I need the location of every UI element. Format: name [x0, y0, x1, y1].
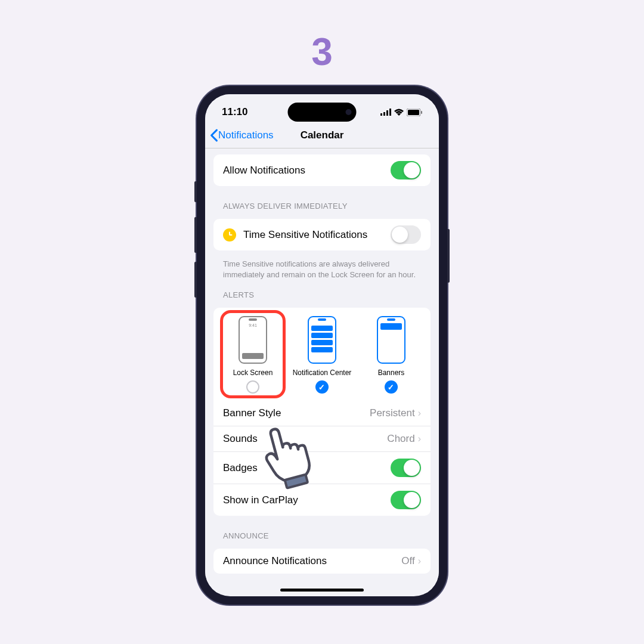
banner-style-label: Banner Style	[223, 407, 281, 419]
page-title: Calendar	[301, 129, 344, 141]
carplay-toggle[interactable]	[391, 491, 421, 509]
banners-preview-icon	[377, 316, 405, 364]
allow-notifications-toggle[interactable]	[391, 161, 421, 179]
phone-power-button	[447, 229, 450, 283]
svg-rect-0	[380, 113, 382, 116]
alerts-row: 9:41 Lock Screen	[213, 308, 431, 401]
banner-style-value: Persistent	[370, 407, 415, 419]
carplay-row[interactable]: Show in CarPlay	[213, 484, 431, 516]
chevron-left-icon	[210, 129, 218, 142]
status-icons	[380, 109, 422, 116]
step-number: 3	[311, 30, 333, 74]
alert-lock-screen[interactable]: 9:41 Lock Screen	[219, 316, 287, 394]
notification-center-label: Notification Center	[293, 369, 352, 377]
alert-notification-center[interactable]: Notification Center ✓	[288, 316, 357, 394]
announce-value: Off	[401, 555, 414, 567]
wifi-icon	[394, 109, 404, 116]
time-sensitive-toggle[interactable]	[391, 225, 421, 244]
time-sensitive-section: Time Sensitive Notifications	[213, 219, 431, 250]
time-sensitive-header: ALWAYS DELIVER IMMEDIATELY	[205, 191, 439, 214]
svg-rect-5	[408, 110, 419, 115]
time-sensitive-label: Time Sensitive Notifications	[243, 229, 367, 241]
announce-header: ANNOUNCE	[205, 521, 439, 544]
status-time: 11:10	[222, 106, 247, 118]
alert-banners[interactable]: Banners ✓	[357, 316, 426, 394]
back-label: Notifications	[218, 129, 274, 141]
home-indicator[interactable]	[280, 589, 364, 592]
badges-label: Badges	[223, 462, 258, 474]
lock-screen-preview-icon: 9:41	[239, 316, 267, 364]
svg-rect-3	[389, 109, 391, 116]
check-icon: ✓	[318, 383, 325, 392]
phone-volume-up	[194, 217, 197, 253]
badges-toggle[interactable]	[391, 459, 421, 477]
chevron-right-icon: ›	[418, 556, 421, 566]
battery-icon	[407, 109, 422, 116]
carplay-label: Show in CarPlay	[223, 494, 298, 506]
announce-section: Announce Notifications Off ›	[213, 549, 431, 574]
announce-label: Announce Notifications	[223, 555, 327, 567]
back-button[interactable]: Notifications	[210, 129, 274, 142]
announce-notifications-row[interactable]: Announce Notifications Off ›	[213, 549, 431, 574]
sounds-value: Chord	[387, 433, 414, 445]
phone-screen: 11:10	[205, 94, 439, 596]
banner-style-row[interactable]: Banner Style Persistent ›	[213, 401, 431, 426]
sounds-label: Sounds	[223, 433, 258, 445]
alerts-header: ALERTS	[205, 280, 439, 303]
banners-checkbox[interactable]: ✓	[385, 380, 398, 394]
svg-rect-1	[383, 112, 385, 116]
alerts-section: 9:41 Lock Screen	[213, 308, 431, 516]
badges-row[interactable]: Badges	[213, 452, 431, 484]
svg-rect-6	[421, 111, 422, 114]
nav-bar: Notifications Calendar	[205, 124, 439, 148]
dynamic-island	[288, 103, 357, 122]
allow-notifications-section: Allow Notifications	[213, 154, 431, 186]
allow-notifications-row[interactable]: Allow Notifications	[213, 154, 431, 186]
phone-frame: 11:10	[197, 86, 447, 605]
chevron-right-icon: ›	[418, 434, 421, 444]
clock-icon	[223, 228, 236, 242]
settings-content[interactable]: Allow Notifications ALWAYS DELIVER IMMED…	[205, 148, 439, 593]
time-sensitive-row[interactable]: Time Sensitive Notifications	[213, 219, 431, 250]
check-icon: ✓	[388, 383, 394, 392]
banners-label: Banners	[378, 369, 405, 377]
phone-silent-switch	[194, 181, 197, 202]
sounds-row[interactable]: Sounds Chord ›	[213, 426, 431, 452]
chevron-right-icon: ›	[418, 408, 421, 419]
cellular-icon	[380, 109, 391, 116]
phone-volume-down	[194, 262, 197, 298]
time-sensitive-footer: Time Sensitive notifications are always …	[205, 255, 439, 280]
allow-notifications-label: Allow Notifications	[223, 165, 305, 177]
notification-center-preview-icon	[308, 316, 336, 364]
notification-center-checkbox[interactable]: ✓	[315, 380, 329, 394]
svg-rect-2	[386, 110, 388, 116]
